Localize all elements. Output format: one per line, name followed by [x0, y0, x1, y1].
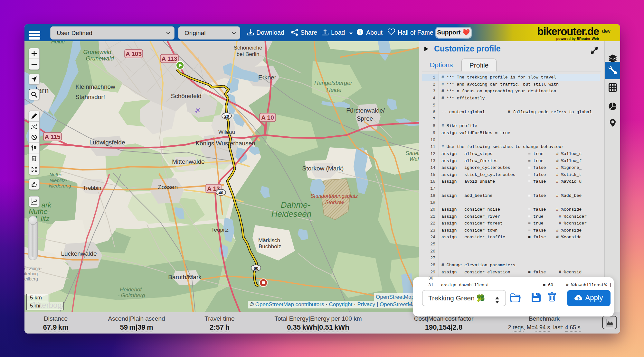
svg-text:40: 40	[218, 190, 223, 195]
svg-text:A 113: A 113	[162, 55, 177, 62]
svg-text:Zossen: Zossen	[158, 184, 178, 190]
svg-text:- Golmberg: - Golmberg	[118, 292, 145, 298]
svg-text:Keilberg: Keilberg	[24, 276, 38, 281]
svg-text:Luckenwalde: Luckenwalde	[61, 250, 97, 257]
svg-text:Schönefeld: Schönefeld	[171, 93, 201, 99]
svg-text:Erkner: Erkner	[258, 74, 277, 81]
svg-text:Heideseen: Heideseen	[271, 209, 311, 219]
svg-text:Märkisch: Märkisch	[258, 237, 280, 243]
svg-text:Storkow (Mark): Storkow (Mark)	[302, 165, 344, 172]
svg-text:Stahnsdorf: Stahnsdorf	[75, 94, 105, 100]
svg-text:A 103: A 103	[126, 50, 142, 57]
svg-text:Grunewald: Grunewald	[83, 49, 111, 55]
svg-text:60: 60	[253, 266, 258, 271]
svg-text:A 10: A 10	[261, 114, 274, 121]
svg-text:Heidehof: Heidehof	[120, 287, 142, 293]
svg-text:Heide: Heide	[51, 41, 65, 44]
svg-text:Dahme-: Dahme-	[281, 200, 311, 210]
svg-text:Fürstenwalde/: Fürstenwalde/	[346, 107, 385, 114]
svg-text:Teupitz: Teupitz	[211, 227, 229, 233]
svg-text:Kleinmachnow: Kleinmachnow	[75, 83, 115, 90]
svg-text:üterbog-: üterbog-	[24, 271, 39, 276]
svg-text:Heide: Heide	[326, 87, 341, 93]
svg-text:Baruth/Mark: Baruth/Mark	[168, 274, 202, 280]
svg-text:bei Berlin: bei Berlin	[237, 51, 260, 57]
svg-text:Grunewald: Grunewald	[86, 55, 114, 62]
svg-text:Ludwigsfelde: Ludwigsfelde	[90, 139, 125, 146]
svg-text:Standortübungsplatz: Standortübungsplatz	[311, 193, 358, 199]
svg-text:Hangelsberger: Hangelsberger	[314, 80, 353, 86]
svg-text:Buchholz: Buchholz	[259, 243, 281, 250]
svg-text:Wal: Wal	[410, 156, 419, 162]
svg-text:A 115: A 115	[45, 133, 61, 140]
svg-text:Wildau: Wildau	[218, 129, 235, 135]
svg-text:Niederung: Niederung	[49, 183, 71, 188]
svg-text:rst Zinna-: rst Zinna-	[24, 266, 42, 271]
svg-text:i: i	[359, 30, 361, 35]
svg-text:Spree: Spree	[357, 115, 373, 122]
svg-text:Nuthe-: Nuthe-	[49, 172, 64, 177]
svg-text:Mittenwalde: Mittenwalde	[172, 158, 204, 165]
svg-text:Königs Wusterhausen: Königs Wusterhausen	[195, 140, 255, 147]
svg-text:Storkow: Storkow	[325, 200, 344, 205]
svg-text:20: 20	[224, 114, 229, 119]
svg-text:Trebbin: Trebbin	[83, 185, 101, 191]
svg-text:Schöneiche: Schöneiche	[234, 45, 262, 51]
svg-text:Nieplitz-: Nieplitz-	[50, 178, 67, 183]
svg-text:Sauer: Sauer	[405, 150, 419, 156]
